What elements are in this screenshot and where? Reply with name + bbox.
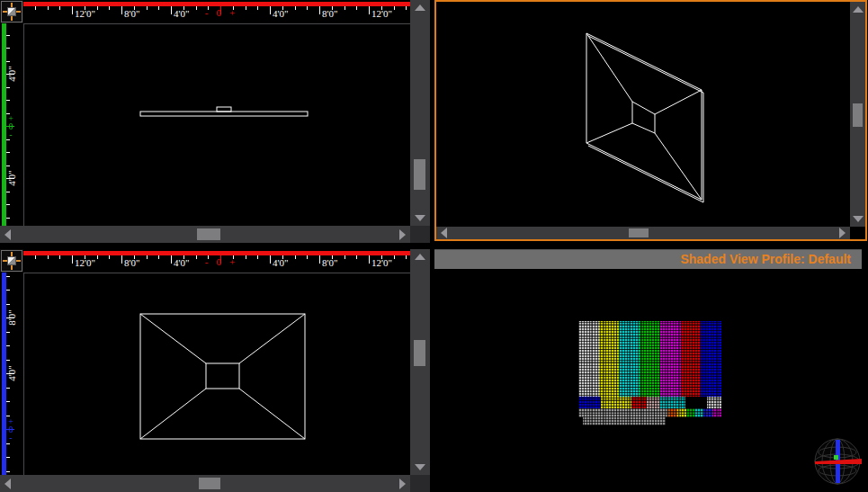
wireframe-screen-side-view bbox=[24, 24, 411, 227]
scroll-right-icon[interactable] bbox=[399, 479, 406, 489]
shaded-view-header-bar: Shaded View Profile: Default bbox=[434, 249, 862, 269]
ruler-vertical: 8'0"4'0"+0- bbox=[0, 273, 23, 475]
viewport-canvas-front-view[interactable] bbox=[23, 273, 410, 475]
scroll-up-icon[interactable] bbox=[415, 4, 425, 11]
scrollbar-thumb[interactable] bbox=[414, 159, 425, 190]
viewport-top-right-active bbox=[434, 0, 867, 241]
ruler-vertical: 4'0"+0-4'0" bbox=[0, 23, 23, 226]
viewport-recenter-button[interactable] bbox=[0, 249, 23, 273]
vertical-scrollbar[interactable] bbox=[410, 0, 430, 226]
scroll-down-icon[interactable] bbox=[853, 216, 864, 222]
wireframe-screen-front-view bbox=[24, 273, 411, 476]
origin-dot bbox=[834, 455, 838, 460]
scrollbar-thumb[interactable] bbox=[629, 228, 649, 237]
scroll-down-icon[interactable] bbox=[415, 215, 425, 221]
scrollbar-corner bbox=[410, 226, 430, 243]
wireframe-screen-perspective bbox=[436, 2, 848, 227]
ruler-horizontal: 12'0"8'0"4'0"-0+4'0"8'0"12'0" bbox=[23, 0, 410, 23]
cube-icon bbox=[7, 7, 16, 16]
horizontal-scrollbar[interactable] bbox=[0, 226, 410, 243]
scroll-down-icon[interactable] bbox=[415, 464, 425, 470]
scroll-right-icon[interactable] bbox=[839, 228, 846, 238]
viewport-canvas-shaded[interactable] bbox=[434, 269, 868, 492]
scroll-up-icon[interactable] bbox=[415, 254, 425, 260]
viewport-recenter-button[interactable] bbox=[0, 0, 23, 23]
viewport-bottom-left: 12'0"8'0"4'0"-0+4'0"8'0"12'0" 8'0"4'0"+0… bbox=[0, 249, 430, 492]
cube-icon bbox=[7, 256, 16, 265]
orientation-globe-icon[interactable] bbox=[812, 436, 864, 488]
scroll-up-icon[interactable] bbox=[853, 6, 864, 13]
scrollbar-thumb[interactable] bbox=[199, 478, 220, 489]
shaded-view-profile-label: Shaded View Profile: Default bbox=[434, 250, 862, 269]
scroll-left-icon[interactable] bbox=[441, 228, 447, 238]
horizontal-scrollbar[interactable] bbox=[0, 475, 410, 492]
viewport-top-left: 12'0"8'0"4'0"-0+4'0"8'0"12'0" 4'0"+0-4'0… bbox=[0, 0, 430, 244]
viewport-canvas-perspective[interactable] bbox=[436, 2, 848, 227]
quad-view-workspace: 12'0"8'0"4'0"-0+4'0"8'0"12'0" 4'0"+0-4'0… bbox=[0, 0, 868, 492]
viewport-canvas-side-view[interactable] bbox=[23, 23, 410, 226]
scrollbar-thumb[interactable] bbox=[197, 228, 220, 240]
scrollbar-corner bbox=[410, 475, 430, 492]
ruler-horizontal: 12'0"8'0"4'0"-0+4'0"8'0"12'0" bbox=[23, 249, 410, 273]
scrollbar-thumb[interactable] bbox=[853, 103, 863, 127]
viewport-bottom-right-shaded: Shaded View Profile: Default bbox=[434, 249, 868, 492]
scroll-right-icon[interactable] bbox=[399, 229, 406, 240]
scroll-left-icon[interactable] bbox=[4, 479, 11, 489]
scrollbar-thumb[interactable] bbox=[414, 340, 425, 366]
scroll-left-icon[interactable] bbox=[4, 229, 11, 240]
vertical-scrollbar[interactable] bbox=[410, 249, 430, 475]
vertical-scrollbar[interactable] bbox=[850, 2, 865, 227]
smpte-test-pattern bbox=[578, 321, 721, 425]
horizontal-scrollbar[interactable] bbox=[436, 227, 850, 239]
